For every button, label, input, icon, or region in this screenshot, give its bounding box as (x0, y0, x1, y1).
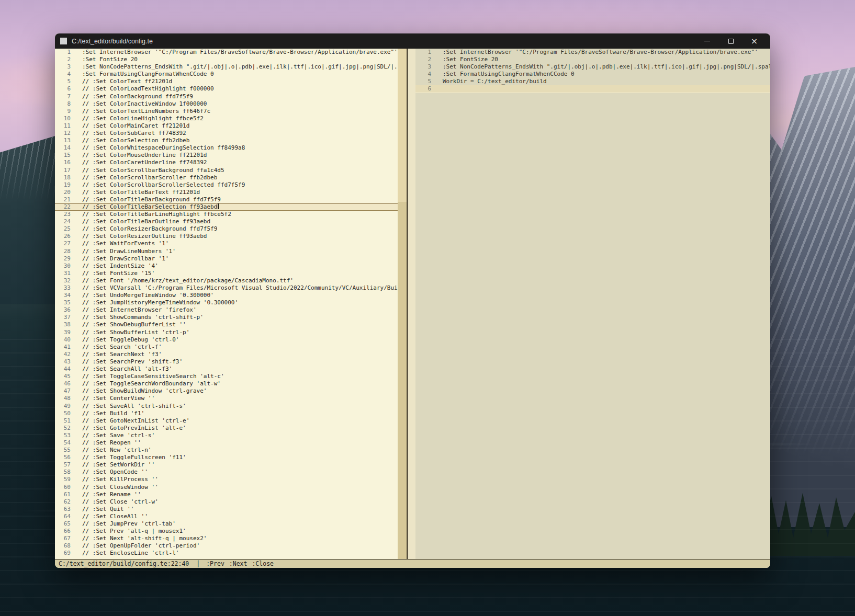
code-line[interactable]: 26// :Set ColorResizerOutline ff93aebd (55, 233, 398, 240)
code-line[interactable]: 27// :Set WaitForEvents '1' (55, 240, 398, 247)
code-line[interactable]: 15// :Set ColorMouseUnderline ff21201d (55, 152, 398, 159)
code-line[interactable]: 6 (415, 85, 770, 93)
line-text: // :Set ShowBufferList 'ctrl-p' (71, 329, 189, 336)
code-line[interactable]: 3:Set NonCodePatterns_EndsWith ".git/|.o… (55, 63, 398, 71)
code-line[interactable]: 4:Set FormatUsingClangFormatWhenCCode 0 (415, 71, 770, 78)
code-line[interactable]: 8// :Set ColorInactiveWindow 1f000000 (55, 100, 398, 108)
code-line[interactable]: 23// :Set ColorTitleBarLineHighlight ffb… (55, 211, 398, 218)
code-line[interactable]: 46// :Set ToggleSearchWordBoundary 'alt-… (55, 380, 398, 387)
code-line[interactable]: 11// :Set ColorMainCaret ff21201d (55, 122, 398, 130)
code-line[interactable]: 49// :Set SaveAll 'ctrl-shift-s' (55, 403, 398, 410)
close-button[interactable]: × (743, 33, 766, 49)
code-line[interactable]: 37// :Set ShowCommands 'ctrl-shift-p' (55, 314, 398, 321)
line-text: // :Set SetWorkDir '' (71, 461, 155, 469)
code-line[interactable]: 30// :Set IndentSize '4' (55, 263, 398, 270)
code-line[interactable]: 65// :Set JumpPrev 'ctrl-tab' (55, 520, 398, 528)
line-number: 24 (55, 218, 71, 225)
line-number: 30 (55, 263, 71, 270)
code-line[interactable]: 41// :Set Search 'ctrl-f' (55, 344, 398, 351)
code-line[interactable]: 60// :Set CloseWindow '' (55, 484, 398, 491)
code-line[interactable]: 12// :Set ColorSubCaret ff748392 (55, 130, 398, 137)
code-line[interactable]: 10// :Set ColorLineHighlight ffbce5f2 (55, 115, 398, 122)
code-line[interactable]: 5WorkDir = C:/text_editor/build (415, 78, 770, 85)
status-command-next[interactable]: :Next (229, 560, 248, 567)
code-line[interactable]: 34// :Set UndoMergeTimeWindow '0.300000' (55, 292, 398, 299)
code-line[interactable]: 13// :Set ColorSelection ffb2dbeb (55, 137, 398, 144)
code-line[interactable]: 14// :Set ColorWhitespaceDuringSelection… (55, 144, 398, 152)
code-line[interactable]: 7// :Set ColorBackground ffd7f5f9 (55, 93, 398, 100)
code-line[interactable]: 4:Set FormatUsingClangFormatWhenCCode 0 (55, 71, 398, 78)
code-line[interactable]: 59// :Set KillProcess '' (55, 476, 398, 483)
code-line[interactable]: 68// :Set OpenUpFolder 'ctrl-period' (55, 542, 398, 550)
code-line[interactable]: 18// :Set ColorScrollbarScroller ffb2dbe… (55, 174, 398, 181)
line-number: 1 (55, 49, 71, 56)
minimize-button[interactable] (695, 33, 719, 49)
code-line[interactable]: 52// :Set GotoPrevInList 'alt-e' (55, 425, 398, 432)
code-line[interactable]: 47// :Set ShowBuildWindow 'ctrl-grave' (55, 387, 398, 395)
left-editor-pane[interactable]: 1:Set InternetBrowser '"C:/Program Files… (55, 49, 398, 559)
code-line[interactable]: 54// :Set Reopen '' (55, 439, 398, 447)
code-line[interactable]: 58// :Set OpenCode '' (55, 469, 398, 476)
code-line[interactable]: 50// :Set Build 'f1' (55, 410, 398, 417)
code-line[interactable]: 63// :Set Quit '' (55, 506, 398, 513)
code-line[interactable]: 43// :Set SearchPrev 'shift-f3' (55, 358, 398, 366)
code-line[interactable]: 40// :Set ToggleDebug 'ctrl-0' (55, 336, 398, 344)
maximize-button[interactable] (719, 33, 743, 49)
code-line[interactable]: 1:Set InternetBrowser '"C:/Program Files… (55, 49, 398, 56)
code-line[interactable]: 6// :Set ColorLoadTextHighlight f000000 (55, 85, 398, 93)
code-line[interactable]: 1:Set InternetBrowser '"C:/Program Files… (415, 49, 770, 56)
code-line[interactable]: 61// :Set Rename '' (55, 491, 398, 498)
status-command-prev[interactable]: :Prev (206, 560, 224, 567)
code-line[interactable]: 2:Set FontSize 20 (415, 56, 770, 63)
code-line[interactable]: 16// :Set ColorCaretUnderline ff748392 (55, 159, 398, 166)
code-line[interactable]: 53// :Set Save 'ctrl-s' (55, 432, 398, 439)
line-number: 60 (55, 484, 71, 491)
code-line[interactable]: 39// :Set ShowBufferList 'ctrl-p' (55, 329, 398, 336)
line-text: // :Set GotoPrevInList 'alt-e' (71, 425, 186, 432)
code-line[interactable]: 55// :Set New 'ctrl-n' (55, 447, 398, 454)
code-line[interactable]: 44// :Set SearchAll 'alt-f3' (55, 366, 398, 373)
line-text: :Set NonCodePatterns_EndsWith ".git/|.ob… (431, 63, 770, 71)
code-line[interactable]: 38// :Set ShowDebugBufferList '' (55, 321, 398, 328)
code-line[interactable]: 45// :Set ToggleCaseSensitiveSearch 'alt… (55, 373, 398, 380)
code-line[interactable]: 67// :Set Next 'alt-shift-q | mousex2' (55, 535, 398, 542)
code-line[interactable]: 42// :Set SearchNext 'f3' (55, 351, 398, 358)
code-line[interactable]: 9// :Set ColorTextLineNumbers ff646f7c (55, 108, 398, 115)
code-line[interactable]: 2:Set FontSize 20 (55, 56, 398, 63)
code-line[interactable]: 36// :Set InternetBrowser 'firefox' (55, 306, 398, 314)
code-line[interactable]: 69// :Set EncloseLine 'ctrl-l' (55, 550, 398, 557)
code-line[interactable]: 51// :Set GotoNextInList 'ctrl-e' (55, 417, 398, 425)
code-line[interactable]: 17// :Set ColorScrollbarBackground ffa1c… (55, 167, 398, 174)
scrollbar-thumb[interactable] (398, 49, 407, 202)
code-line[interactable]: 57// :Set SetWorkDir '' (55, 461, 398, 469)
line-number: 15 (55, 152, 71, 159)
code-line[interactable]: 56// :Set ToggleFullscreen 'f11' (55, 454, 398, 461)
code-line[interactable]: 48// :Set CenterView '' (55, 395, 398, 402)
code-line[interactable]: 22// :Set ColorTitleBarSelection ff93aeb… (55, 203, 398, 211)
code-line[interactable]: 33// :Set VCVarsall 'C:/Program Files/Mi… (55, 284, 398, 292)
line-number: 4 (415, 71, 431, 78)
code-line[interactable]: 5// :Set ColorText ff21201d (55, 78, 398, 85)
status-command-close[interactable]: :Close (252, 560, 274, 567)
line-number: 13 (55, 137, 71, 144)
code-line[interactable]: 35// :Set JumpHistoryMergeTimeWindow '0.… (55, 299, 398, 306)
code-line[interactable]: 31// :Set FontSize '15' (55, 270, 398, 277)
code-line[interactable]: 24// :Set ColorTitleBarOutline ff93aebd (55, 218, 398, 225)
code-line[interactable]: 62// :Set Close 'ctrl-w' (55, 498, 398, 506)
left-pane-scrollbar[interactable] (398, 49, 407, 559)
code-line[interactable]: 28// :Set DrawLineNumbers '1' (55, 248, 398, 255)
code-line[interactable]: 21// :Set ColorTitleBarBackground ffd7f5… (55, 196, 398, 203)
code-line[interactable]: 29// :Set DrawScrollbar '1' (55, 255, 398, 263)
code-line[interactable]: 3:Set NonCodePatterns_EndsWith ".git/|.o… (415, 63, 770, 71)
line-number: 62 (55, 498, 71, 506)
code-line[interactable]: 20// :Set ColorTitleBarText ff21201d (55, 189, 398, 196)
code-line[interactable]: 19// :Set ColorScrollbarScrollerSelected… (55, 181, 398, 189)
code-line[interactable]: 64// :Set CloseAll '' (55, 513, 398, 520)
code-line[interactable]: 66// :Set Prev 'alt-q | mousex1' (55, 528, 398, 535)
code-line[interactable]: 32// :Set Font '/home/krz/text_editor/pa… (55, 277, 398, 284)
editor-content: 1:Set InternetBrowser '"C:/Program Files… (55, 49, 770, 559)
title-bar[interactable]: C:/text_editor/build/config.te × (55, 33, 770, 49)
right-editor-pane[interactable]: 1:Set InternetBrowser '"C:/Program Files… (415, 49, 770, 559)
right-pane-scrollbar[interactable] (408, 49, 415, 559)
code-line[interactable]: 25// :Set ColorResizerBackground ffd7f5f… (55, 225, 398, 233)
